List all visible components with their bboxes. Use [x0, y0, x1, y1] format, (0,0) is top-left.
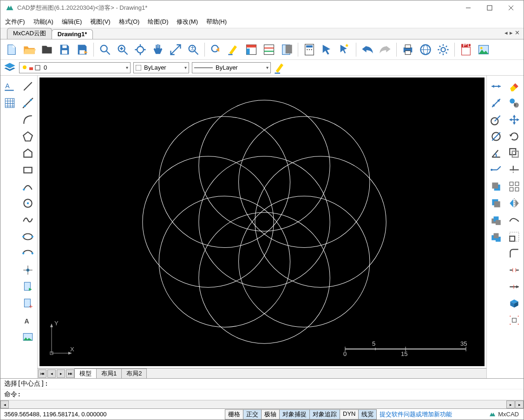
layer-combo[interactable]: 0 ▾ [19, 62, 131, 73]
pencil-edit-icon[interactable] [274, 61, 287, 74]
zoom-scale-button[interactable] [167, 41, 184, 58]
doc-tab-cloud[interactable]: MxCAD云图 [7, 28, 52, 39]
dim-linear-tool[interactable] [488, 78, 504, 94]
command-scrollbar[interactable]: ◂ ▸ ▸ [0, 400, 524, 408]
offset-tool[interactable] [506, 145, 522, 161]
menu-draw[interactable]: 绘图(D) [148, 18, 168, 26]
rectangle-tool[interactable] [20, 162, 36, 178]
dim-diameter-tool[interactable] [488, 129, 504, 144]
doc-tab-drawing1[interactable]: Drawing1* [52, 29, 93, 39]
pentagon-tool[interactable] [20, 145, 36, 161]
web-button[interactable] [417, 41, 434, 58]
layers-icon[interactable] [3, 61, 16, 74]
hatch-button[interactable] [2, 95, 18, 111]
line-tool[interactable] [20, 78, 36, 94]
bring-front-tool[interactable] [488, 179, 504, 194]
rotate-tool[interactable] [506, 129, 522, 144]
extend-tool[interactable] [506, 212, 522, 228]
toggle-osnap[interactable]: 对象捕捉 [279, 409, 310, 420]
menu-help[interactable]: 帮助(H) [206, 18, 227, 26]
make-block-tool[interactable]: + [20, 296, 36, 311]
linetype-combo[interactable]: ByLayer ▾ [192, 62, 271, 73]
menu-edit[interactable]: 编辑(E) [62, 18, 82, 26]
dim-aligned-tool[interactable] [488, 95, 504, 111]
open-file-button[interactable] [39, 41, 55, 58]
text-style-button[interactable]: A [2, 78, 18, 94]
insert-block-tool[interactable] [20, 279, 36, 295]
trim-tool[interactable] [506, 162, 522, 178]
arc-tool[interactable] [20, 112, 36, 128]
menu-file[interactable]: 文件(F) [5, 18, 25, 26]
redo-button[interactable] [377, 41, 393, 58]
layout-last-button[interactable]: ⏭ [66, 369, 74, 378]
toggle-otrack[interactable]: 对象追踪 [309, 409, 340, 420]
minimize-button[interactable] [458, 0, 479, 15]
color-combo[interactable]: ByLayer ▾ [133, 62, 189, 73]
new-file-button[interactable] [3, 41, 20, 58]
3d-view-tool[interactable] [506, 296, 522, 311]
image-export-button[interactable] [475, 41, 492, 58]
fillet-tool[interactable] [506, 246, 522, 261]
layout-next-button[interactable]: ▸ [57, 369, 65, 378]
break-tool[interactable] [506, 262, 522, 278]
bring-above-tool[interactable] [488, 212, 504, 228]
highlight-button[interactable] [225, 41, 242, 58]
layout-tab-1[interactable]: 布局1 [96, 368, 122, 378]
image-tool[interactable] [20, 329, 36, 345]
move-tool[interactable] [506, 112, 522, 128]
zoom-window-button[interactable] [97, 41, 113, 58]
polygon-tool[interactable] [20, 129, 36, 144]
dim-ordinate-tool[interactable] [488, 162, 504, 178]
dim-angular-tool[interactable] [488, 145, 504, 161]
layout-tab-2[interactable]: 布局2 [121, 368, 147, 378]
open-folder-button[interactable] [21, 41, 38, 58]
command-input[interactable]: 命令: [0, 389, 524, 400]
send-back-tool[interactable] [488, 195, 504, 211]
tab-prev-icon[interactable]: ◂ [504, 29, 508, 36]
zoom-previous-button[interactable] [208, 41, 224, 58]
menu-modify[interactable]: 修改(M) [177, 18, 198, 26]
zoom-extents-button[interactable] [132, 41, 149, 58]
circle-tool[interactable] [20, 195, 36, 211]
mirror-tool[interactable] [506, 195, 522, 211]
copy-tool[interactable] [506, 95, 522, 111]
properties-button[interactable] [243, 41, 260, 58]
tab-close-icon[interactable]: ✕ [515, 29, 520, 36]
zoom-realtime-button[interactable]: ± [185, 41, 202, 58]
construction-line-tool[interactable] [20, 95, 36, 111]
scale-tool[interactable] [506, 229, 522, 245]
ellipse-tool[interactable] [20, 229, 36, 245]
erase-tool[interactable] [506, 78, 522, 94]
toggle-lineweight[interactable]: 线宽 [358, 409, 377, 420]
sheet-button[interactable] [278, 41, 295, 58]
save-button[interactable] [56, 41, 73, 58]
print-button[interactable] [400, 41, 416, 58]
menu-view[interactable]: 视图(V) [90, 18, 110, 26]
dim-radius-tool[interactable] [488, 112, 504, 128]
point-tool[interactable] [20, 262, 36, 278]
tab-next-icon[interactable]: ▸ [510, 29, 513, 36]
toggle-grid[interactable]: 栅格 [225, 409, 243, 420]
send-below-tool[interactable] [488, 229, 504, 245]
join-tool[interactable] [506, 279, 522, 295]
close-button[interactable] [500, 0, 522, 15]
settings-button[interactable] [435, 41, 452, 58]
calculator-button[interactable] [301, 41, 318, 58]
select-button[interactable] [319, 41, 335, 58]
undo-button[interactable] [359, 41, 376, 58]
pan-button[interactable] [150, 41, 166, 58]
explode-tool[interactable] [506, 312, 522, 328]
toggle-dyn[interactable]: DYN [340, 409, 359, 420]
array-tool[interactable] [506, 179, 522, 194]
layer-panel-button[interactable] [261, 41, 277, 58]
menu-feature[interactable]: 功能(A) [33, 18, 53, 26]
menu-format[interactable]: 格式(O) [119, 18, 140, 26]
zoom-in-button[interactable] [114, 41, 131, 58]
toggle-ortho[interactable]: 正交 [243, 409, 262, 420]
spline-tool[interactable] [20, 212, 36, 228]
layout-prev-button[interactable]: ◂ [47, 369, 56, 378]
pdf-export-button[interactable]: PDF [458, 41, 474, 58]
maximize-button[interactable] [479, 0, 500, 15]
save-as-button[interactable] [74, 41, 91, 58]
quick-select-button[interactable] [336, 41, 353, 58]
